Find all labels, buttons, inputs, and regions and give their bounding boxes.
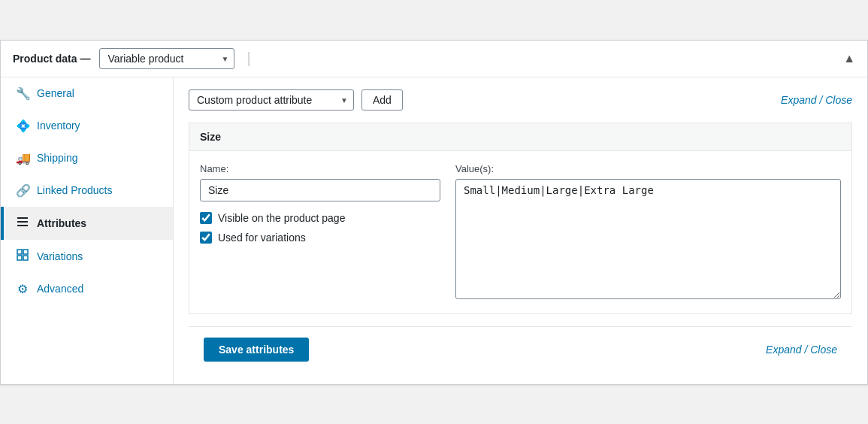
product-type-wrapper: Variable product [99, 48, 234, 69]
visible-label[interactable]: Visible on the product page [218, 212, 345, 224]
inventory-icon: 💠 [16, 119, 29, 133]
sidebar-label-advanced: Advanced [37, 283, 83, 295]
sidebar-item-inventory[interactable]: 💠 Inventory [1, 110, 173, 142]
attribute-controls: Custom product attribute Add Expand / Cl… [189, 89, 852, 111]
panel-body: 🔧 General 💠 Inventory 🚚 Shipping 🔗 Linke… [1, 77, 867, 384]
svg-rect-4 [23, 250, 28, 254]
svg-rect-0 [17, 217, 28, 219]
sidebar: 🔧 General 💠 Inventory 🚚 Shipping 🔗 Linke… [1, 77, 174, 384]
sidebar-item-linked-products[interactable]: 🔗 Linked Products [1, 174, 173, 207]
visible-checkbox-row: Visible on the product page [200, 212, 440, 224]
attribute-block-header: Size [189, 123, 851, 151]
expand-close-top[interactable]: Expand / Close [781, 94, 852, 106]
used-for-variations-checkbox[interactable] [200, 232, 212, 244]
attribute-name-input[interactable] [200, 179, 440, 201]
variations-label[interactable]: Used for variations [218, 232, 306, 244]
pipe-divider: | [246, 50, 250, 67]
values-field-label: Value(s): [455, 163, 841, 174]
sidebar-label-general: General [37, 87, 74, 99]
add-attribute-button[interactable]: Add [361, 89, 403, 111]
attribute-block-body: Name: Visible on the product page Used f… [189, 151, 851, 313]
attribute-values-textarea[interactable]: Small|Medium|Large|Extra Large [455, 179, 841, 299]
expand-close-bottom[interactable]: Expand / Close [766, 344, 837, 356]
sidebar-item-shipping[interactable]: 🚚 Shipping [1, 142, 173, 174]
svg-rect-6 [23, 256, 28, 260]
attribute-right-column: Value(s): Small|Medium|Large|Extra Large [455, 163, 841, 301]
sidebar-label-variations: Variations [37, 250, 83, 262]
svg-rect-1 [17, 221, 28, 223]
sidebar-label-inventory: Inventory [37, 120, 80, 132]
attribute-block-size: Size Name: Visible on the product page U… [189, 123, 852, 314]
panel-title: Product data — [13, 53, 90, 65]
panel-header: Product data — Variable product | ▲ [1, 41, 867, 77]
svg-rect-3 [17, 250, 22, 254]
sidebar-label-attributes: Attributes [37, 217, 86, 229]
sidebar-item-general[interactable]: 🔧 General [1, 77, 173, 110]
attribute-block-title: Size [200, 131, 841, 143]
sidebar-label-linked-products: Linked Products [37, 184, 112, 196]
variations-checkbox-row: Used for variations [200, 232, 440, 244]
shipping-icon: 🚚 [16, 151, 29, 165]
svg-rect-5 [17, 256, 22, 260]
main-content: Custom product attribute Add Expand / Cl… [174, 77, 867, 384]
attribute-select-wrapper: Custom product attribute [189, 89, 354, 111]
product-data-panel: Product data — Variable product | ▲ 🔧 Ge… [0, 40, 868, 385]
visible-checkbox[interactable] [200, 212, 212, 224]
name-field-label: Name: [200, 163, 440, 174]
sidebar-label-shipping: Shipping [37, 152, 78, 164]
attribute-left-column: Name: Visible on the product page Used f… [200, 163, 440, 301]
panel-footer: Save attributes Expand / Close [189, 326, 852, 372]
variations-icon [16, 249, 29, 264]
product-type-select[interactable]: Variable product [99, 48, 234, 69]
attributes-icon [16, 216, 29, 231]
panel-header-right: ▲ [843, 52, 855, 65]
wrench-icon: 🔧 [16, 86, 29, 101]
link-icon: 🔗 [16, 183, 29, 198]
sidebar-item-advanced[interactable]: ⚙ Advanced [1, 273, 173, 305]
sidebar-item-variations[interactable]: Variations [1, 240, 173, 273]
sidebar-item-attributes[interactable]: Attributes [1, 207, 173, 240]
svg-rect-2 [17, 225, 28, 226]
attribute-type-select[interactable]: Custom product attribute [189, 89, 354, 111]
gear-icon: ⚙ [16, 282, 29, 296]
save-attributes-button[interactable]: Save attributes [204, 338, 309, 362]
collapse-button[interactable]: ▲ [843, 52, 855, 65]
